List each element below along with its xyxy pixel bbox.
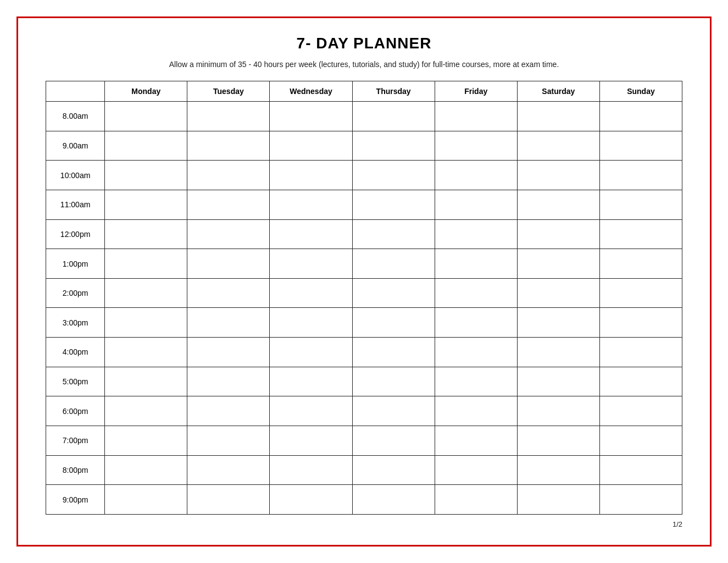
schedule-cell[interactable] bbox=[517, 219, 599, 249]
schedule-cell[interactable] bbox=[599, 131, 682, 161]
schedule-cell[interactable] bbox=[517, 249, 599, 279]
schedule-cell[interactable] bbox=[105, 367, 187, 396]
schedule-cell[interactable] bbox=[352, 308, 435, 338]
schedule-cell[interactable] bbox=[352, 338, 435, 367]
schedule-cell[interactable] bbox=[270, 455, 352, 485]
schedule-cell[interactable] bbox=[187, 131, 270, 161]
schedule-cell[interactable] bbox=[517, 485, 599, 515]
schedule-cell[interactable] bbox=[105, 485, 187, 515]
schedule-cell[interactable] bbox=[517, 190, 599, 219]
schedule-cell[interactable] bbox=[270, 249, 352, 279]
schedule-cell[interactable] bbox=[187, 485, 270, 515]
time-cell: 2:00pm bbox=[46, 278, 105, 308]
schedule-cell[interactable] bbox=[517, 161, 599, 190]
schedule-cell[interactable] bbox=[352, 190, 435, 219]
schedule-cell[interactable] bbox=[517, 338, 599, 367]
schedule-cell[interactable] bbox=[105, 278, 187, 308]
schedule-cell[interactable] bbox=[105, 219, 187, 249]
schedule-cell[interactable] bbox=[352, 219, 435, 249]
schedule-cell[interactable] bbox=[270, 396, 352, 426]
schedule-cell[interactable] bbox=[435, 131, 517, 161]
schedule-cell[interactable] bbox=[599, 249, 682, 279]
schedule-cell[interactable] bbox=[187, 161, 270, 190]
schedule-cell[interactable] bbox=[352, 102, 435, 131]
schedule-cell[interactable] bbox=[270, 338, 352, 367]
schedule-cell[interactable] bbox=[599, 338, 682, 367]
schedule-cell[interactable] bbox=[105, 190, 187, 219]
schedule-cell[interactable] bbox=[105, 426, 187, 456]
schedule-cell[interactable] bbox=[517, 278, 599, 308]
schedule-cell[interactable] bbox=[352, 485, 435, 515]
schedule-cell[interactable] bbox=[517, 396, 599, 426]
schedule-cell[interactable] bbox=[435, 219, 517, 249]
schedule-cell[interactable] bbox=[105, 161, 187, 190]
table-row: 4:00pm bbox=[46, 338, 682, 367]
schedule-cell[interactable] bbox=[105, 249, 187, 279]
schedule-cell[interactable] bbox=[270, 426, 352, 456]
schedule-cell[interactable] bbox=[517, 426, 599, 456]
schedule-cell[interactable] bbox=[270, 131, 352, 161]
schedule-cell[interactable] bbox=[270, 367, 352, 396]
schedule-cell[interactable] bbox=[517, 308, 599, 338]
schedule-cell[interactable] bbox=[435, 102, 517, 131]
schedule-cell[interactable] bbox=[105, 338, 187, 367]
schedule-cell[interactable] bbox=[352, 278, 435, 308]
schedule-cell[interactable] bbox=[270, 102, 352, 131]
schedule-cell[interactable] bbox=[599, 426, 682, 456]
schedule-cell[interactable] bbox=[187, 396, 270, 426]
schedule-cell[interactable] bbox=[105, 308, 187, 338]
schedule-cell[interactable] bbox=[187, 278, 270, 308]
schedule-cell[interactable] bbox=[270, 485, 352, 515]
schedule-cell[interactable] bbox=[187, 426, 270, 456]
schedule-cell[interactable] bbox=[599, 278, 682, 308]
schedule-cell[interactable] bbox=[435, 367, 517, 396]
schedule-cell[interactable] bbox=[599, 102, 682, 131]
schedule-cell[interactable] bbox=[599, 219, 682, 249]
schedule-cell[interactable] bbox=[270, 219, 352, 249]
schedule-cell[interactable] bbox=[352, 249, 435, 279]
schedule-cell[interactable] bbox=[105, 455, 187, 485]
schedule-cell[interactable] bbox=[187, 219, 270, 249]
schedule-cell[interactable] bbox=[435, 396, 517, 426]
schedule-cell[interactable] bbox=[599, 190, 682, 219]
schedule-cell[interactable] bbox=[352, 161, 435, 190]
schedule-cell[interactable] bbox=[105, 131, 187, 161]
schedule-cell[interactable] bbox=[187, 308, 270, 338]
schedule-cell[interactable] bbox=[599, 367, 682, 396]
schedule-cell[interactable] bbox=[270, 161, 352, 190]
schedule-cell[interactable] bbox=[352, 131, 435, 161]
schedule-cell[interactable] bbox=[599, 161, 682, 190]
schedule-cell[interactable] bbox=[187, 249, 270, 279]
schedule-cell[interactable] bbox=[517, 455, 599, 485]
schedule-cell[interactable] bbox=[187, 338, 270, 367]
schedule-cell[interactable] bbox=[435, 278, 517, 308]
schedule-cell[interactable] bbox=[187, 102, 270, 131]
schedule-cell[interactable] bbox=[599, 396, 682, 426]
schedule-cell[interactable] bbox=[187, 455, 270, 485]
schedule-cell[interactable] bbox=[435, 161, 517, 190]
schedule-cell[interactable] bbox=[435, 338, 517, 367]
schedule-cell[interactable] bbox=[599, 455, 682, 485]
schedule-cell[interactable] bbox=[187, 190, 270, 219]
schedule-cell[interactable] bbox=[599, 308, 682, 338]
schedule-cell[interactable] bbox=[270, 190, 352, 219]
schedule-cell[interactable] bbox=[517, 131, 599, 161]
schedule-cell[interactable] bbox=[435, 455, 517, 485]
schedule-cell[interactable] bbox=[105, 102, 187, 131]
schedule-cell[interactable] bbox=[435, 190, 517, 219]
schedule-cell[interactable] bbox=[517, 367, 599, 396]
schedule-cell[interactable] bbox=[517, 102, 599, 131]
schedule-cell[interactable] bbox=[105, 396, 187, 426]
schedule-cell[interactable] bbox=[270, 278, 352, 308]
schedule-cell[interactable] bbox=[352, 367, 435, 396]
schedule-cell[interactable] bbox=[435, 308, 517, 338]
schedule-cell[interactable] bbox=[352, 426, 435, 456]
schedule-cell[interactable] bbox=[270, 308, 352, 338]
schedule-cell[interactable] bbox=[435, 485, 517, 515]
schedule-cell[interactable] bbox=[187, 367, 270, 396]
schedule-cell[interactable] bbox=[435, 426, 517, 456]
schedule-cell[interactable] bbox=[352, 396, 435, 426]
schedule-cell[interactable] bbox=[352, 455, 435, 485]
schedule-cell[interactable] bbox=[435, 249, 517, 279]
schedule-cell[interactable] bbox=[599, 485, 682, 515]
